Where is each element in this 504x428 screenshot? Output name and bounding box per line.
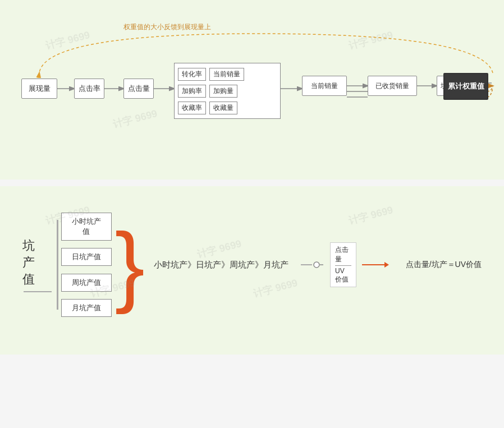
bracket-area: 小时坑产值 日坑产值 周坑产值 月坑产值: [61, 209, 112, 321]
bottom-panel: 计字 9699 计字 9699 计字 9699 计字 9699 计字 9699 …: [0, 186, 504, 355]
top-panel: 计字 9699 计字 9699 计字 9699 计字 9699 权重值的大小反馈…: [0, 0, 504, 180]
arrow-line-1: [301, 264, 312, 265]
kengchan-label-area: 坑产值: [22, 237, 52, 292]
group-item-zhuanhualu: 转化率: [178, 68, 206, 81]
bottom-diagram: 坑产值 小时坑产值 日坑产值 周坑产值 月坑产值 } 小时坑产》日坑产》周坑产》…: [22, 203, 482, 326]
bracket-item-ri: 日坑产值: [61, 248, 112, 266]
curve-label: 权重值的大小反馈到展现量上: [123, 22, 211, 32]
group-box-rates: 转化率 当前销量 加购率 加购量 收藏率 收藏量: [174, 63, 281, 119]
uv-divider: [335, 265, 351, 266]
kengchan-label: 坑产值: [22, 237, 47, 288]
node-dianjilv: 点击率: [74, 79, 104, 99]
top-diagram: 权重值的大小反馈到展现量上: [11, 17, 493, 163]
uv-box: 点击量 UV价值: [330, 242, 356, 287]
orange-arrow-line: [362, 264, 384, 265]
result-formula: 点击量/坑产＝UV价值: [406, 260, 482, 270]
group-row-1: 转化率 当前销量: [178, 68, 277, 81]
group-item-shoucang: 收藏量: [209, 102, 237, 114]
curly-bracket: }: [115, 220, 145, 310]
group-item-shoucanglu: 收藏率: [178, 102, 206, 114]
bracket-item-zhou: 周坑产值: [61, 274, 112, 292]
node-zhanxianliang: 展现量: [21, 79, 57, 99]
chain-formula: 小时坑产》日坑产》周坑产》月坑产: [154, 260, 288, 270]
small-arrow: [301, 261, 323, 268]
bracket-item-yue: 月坑产值: [61, 299, 112, 317]
group-item-jiagoulv: 加购率: [178, 85, 206, 98]
orange-arrow: [362, 262, 389, 268]
orange-arrow-head: [384, 262, 389, 268]
small-arrow-svg: [312, 261, 323, 268]
node-dangqianxiaoliang: 当前销量: [302, 76, 347, 96]
bracket-item-xiaoshi: 小时坑产值: [61, 213, 112, 241]
node-leiji: 累计权重值: [443, 73, 488, 100]
group-row-2: 加购率 加购量: [178, 85, 277, 98]
group-row-3: 收藏率 收藏量: [178, 102, 277, 114]
node-dianjiliang: 点击量: [123, 79, 154, 99]
group-item-dangqian: 当前销量: [209, 68, 244, 81]
underline: [24, 291, 52, 292]
group-item-jiagouliang: 加购量: [209, 85, 237, 98]
node-yishouhuo: 已收货销量: [368, 76, 417, 96]
uv-bottom: UV价值: [335, 267, 351, 284]
svg-point-10: [314, 262, 319, 268]
uv-top: 点击量: [335, 245, 351, 264]
kengchan-vertical-line: [57, 220, 58, 310]
